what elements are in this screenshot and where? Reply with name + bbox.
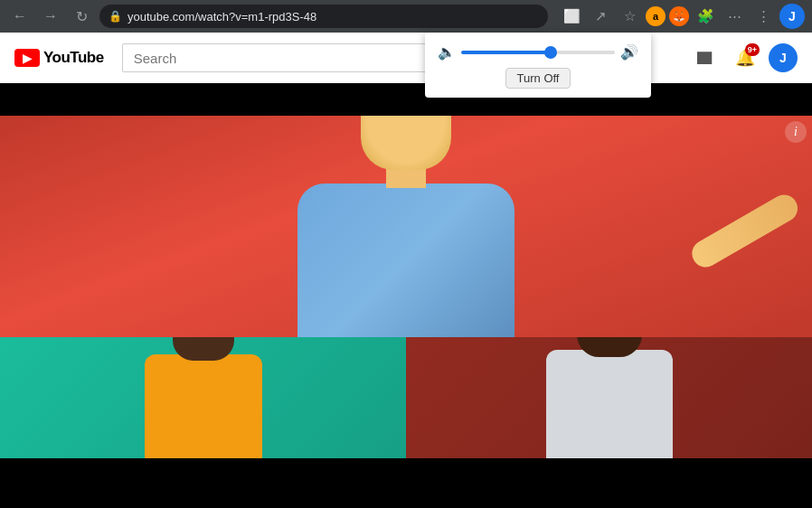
main-video-frame[interactable]: i [0, 116, 812, 337]
notifications-button[interactable]: 🔔 9+ [729, 42, 761, 74]
thumb-right-person-body [546, 350, 673, 458]
youtube-logo-text: YouTube [43, 49, 104, 67]
menu-button[interactable]: ⋮ [751, 4, 776, 29]
url-text: youtube.com/watch?v=m1-rpd3S-48 [127, 10, 539, 24]
notification-badge: 9+ [745, 43, 760, 56]
turn-off-button[interactable]: Turn Off [505, 68, 571, 89]
thumbnail-right[interactable] [406, 337, 812, 458]
thumbnail-left[interactable] [0, 337, 406, 458]
youtube-logo-icon: ▶ [14, 49, 40, 67]
youtube-logo[interactable]: ▶ YouTube [14, 49, 104, 67]
cast-button[interactable]: ⬜ [559, 4, 584, 29]
firefox-extension[interactable]: 🦊 [669, 6, 689, 26]
video-area: i [0, 83, 812, 508]
thumbnail-row [0, 337, 812, 458]
thumb-left-person-head [173, 337, 234, 361]
volume-high-icon: 🔊 [620, 43, 638, 61]
user-avatar[interactable]: J [769, 43, 798, 72]
bookmark-button[interactable]: ☆ [617, 4, 642, 29]
thumb-left-person-body [145, 354, 262, 458]
volume-row: 🔈 🔊 [438, 43, 638, 61]
share-button[interactable]: ↗ [588, 4, 613, 29]
info-button[interactable]: i [785, 121, 807, 143]
amazon-extension[interactable]: a [646, 6, 666, 26]
back-button[interactable]: ← [7, 4, 33, 29]
browser-profile-avatar[interactable]: J [779, 4, 805, 29]
toolbar-icons: ⬜ ↗ ☆ a 🦊 🧩 ⋯ ⋮ J [559, 4, 805, 29]
apps-button[interactable]: ⯀ [689, 42, 722, 74]
youtube-header: ▶ YouTube 🔍 ⯀ 🔔 9+ J [0, 33, 812, 83]
address-bar[interactable]: 🔒 youtube.com/watch?v=m1-rpd3S-48 [99, 5, 548, 28]
volume-slider[interactable] [461, 51, 615, 54]
video-black-top [0, 83, 812, 116]
volume-popup: 🔈 🔊 Turn Off [425, 33, 651, 98]
volume-low-icon: 🔈 [438, 43, 456, 61]
lock-icon: 🔒 [109, 10, 122, 23]
person-shirt [297, 183, 515, 337]
tab-search-button[interactable]: ⋯ [722, 4, 747, 29]
person-head [361, 116, 451, 170]
volume-thumb [544, 46, 557, 59]
reload-button[interactable]: ↻ [69, 4, 94, 29]
extensions-button[interactable]: 🧩 [693, 4, 718, 29]
browser-chrome: ← → ↻ 🔒 youtube.com/watch?v=m1-rpd3S-48 … [0, 0, 812, 33]
header-right: ⯀ 🔔 9+ J [689, 42, 798, 74]
forward-button[interactable]: → [38, 4, 63, 29]
